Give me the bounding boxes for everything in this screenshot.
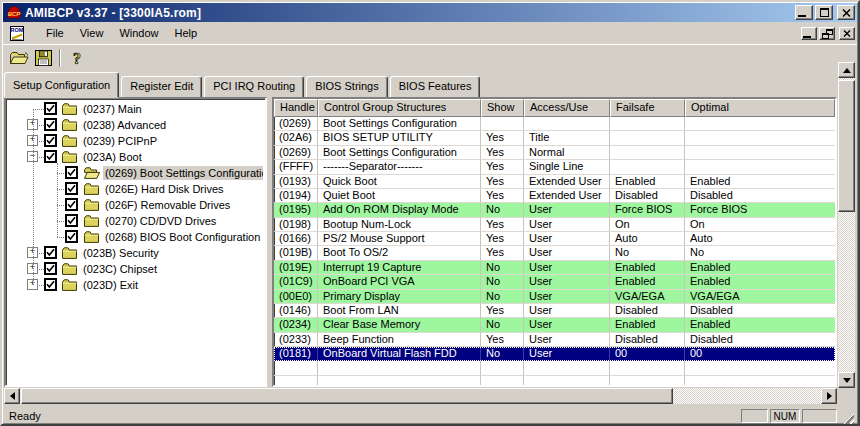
table-body: (0269)Boot Settings Configuration(02A6)B… <box>274 117 835 385</box>
minimize-button[interactable] <box>795 5 813 20</box>
table-row[interactable]: (01C9)OnBoard PCI VGANoUserEnabledEnable… <box>274 275 835 289</box>
tree-checkbox[interactable] <box>65 214 78 227</box>
tree-item[interactable]: (0269) Boot Settings Configuration <box>8 165 263 181</box>
mdi-minimize-button[interactable] <box>801 27 817 40</box>
table-cell: OnBoard PCI VGA <box>318 275 481 289</box>
table-row[interactable]: (0195)Add On ROM Display ModeNoUserForce… <box>274 203 835 217</box>
table-cell <box>685 160 835 174</box>
tree-checkbox[interactable] <box>44 262 57 275</box>
tree-checkbox[interactable] <box>65 182 78 195</box>
table-cell: Disabled <box>685 304 835 318</box>
tab-setup-configuration[interactable]: Setup Configuration <box>4 72 119 98</box>
save-file-button[interactable] <box>31 47 56 70</box>
table-row[interactable]: (02A6)BIOS SETUP UTILITYYesTitle <box>274 131 835 145</box>
tree-checkbox[interactable] <box>44 134 57 147</box>
tree-checkbox[interactable] <box>44 118 57 131</box>
tree-checkbox[interactable] <box>65 198 78 211</box>
tree-checkbox[interactable] <box>44 246 57 259</box>
scroll-right-button[interactable] <box>821 388 837 404</box>
tree-item[interactable]: +(0239) PCIPnP <box>8 133 263 149</box>
scroll-down-button[interactable] <box>838 372 855 388</box>
table-row[interactable]: (019E)Interrupt 19 CaptureNoUserEnabledE… <box>274 261 835 275</box>
tree-panel: (0237) Main+(0238) Advanced+(0239) PCIPn… <box>4 97 267 387</box>
table-row-selected[interactable]: (0181)OnBoard Virtual Flash FDDNoUser000… <box>274 347 835 361</box>
column-header-failsafe[interactable]: Failsafe <box>610 99 685 117</box>
table-cell: (0166) <box>274 232 318 246</box>
scroll-left-button[interactable] <box>4 388 20 404</box>
table-row[interactable] <box>274 376 835 385</box>
table-row[interactable]: (0234)Clear Base MemoryNoUserEnabledEnab… <box>274 318 835 332</box>
tree-item[interactable]: (026F) Removable Drives <box>8 197 263 213</box>
tree-item[interactable]: (026E) Hard Disk Drives <box>8 181 263 197</box>
tab-bios-features[interactable]: BIOS Features <box>390 76 481 98</box>
table-row[interactable]: (0194)Quiet BootYesExtended UserDisabled… <box>274 189 835 203</box>
table-row[interactable]: (0198)Bootup Num-LockYesUserOnOn <box>274 218 835 232</box>
toolbar-separator <box>59 49 61 67</box>
column-header-optimal[interactable]: Optimal <box>685 99 835 117</box>
tree-checkbox[interactable] <box>65 166 78 179</box>
tree-item[interactable]: +(023B) Security <box>8 245 263 261</box>
table-row[interactable] <box>274 361 835 375</box>
menu-window[interactable]: Window <box>111 25 166 42</box>
column-header-handle[interactable]: Handle <box>274 99 318 117</box>
table-cell: Enabled <box>685 275 835 289</box>
table-cell: Boot To OS/2 <box>318 246 481 260</box>
tab-pci-irq-routing[interactable]: PCI IRQ Routing <box>204 76 304 98</box>
table-cell: PS/2 Mouse Support <box>318 232 481 246</box>
table-cell <box>481 117 524 131</box>
close-button[interactable] <box>837 5 855 20</box>
column-header-access-use[interactable]: Access/Use <box>524 99 610 117</box>
table-row[interactable]: (0233)Beep FunctionYesUserDisabledDisabl… <box>274 333 835 347</box>
horizontal-scrollbar[interactable] <box>4 388 837 404</box>
help-button[interactable]: ? <box>64 47 89 70</box>
vertical-scroll-thumb[interactable] <box>838 80 855 212</box>
tree-item[interactable]: −(023A) Boot <box>8 149 263 165</box>
folder-icon <box>62 247 77 259</box>
tree-item[interactable]: (0270) CD/DVD Drives <box>8 213 263 229</box>
maximize-button[interactable] <box>815 5 833 20</box>
tree-checkbox[interactable] <box>65 230 78 243</box>
table-row[interactable]: (0166)PS/2 Mouse SupportYesUserAutoAuto <box>274 232 835 246</box>
column-header-show[interactable]: Show <box>481 99 524 117</box>
table-cell <box>610 131 685 145</box>
table-row[interactable]: (0269)Boot Settings ConfigurationYesNorm… <box>274 146 835 160</box>
tree-item[interactable]: (0268) BIOS Boot Configuration O <box>8 229 263 245</box>
table-cell: (019B) <box>274 246 318 260</box>
table-row[interactable]: (00E0)Primary DisplayNoUserVGA/EGAVGA/EG… <box>274 290 835 304</box>
tree-item[interactable]: (0237) Main <box>8 101 263 117</box>
rom-document-icon[interactable]: ROM <box>8 26 26 42</box>
tab-bios-strings[interactable]: BIOS Strings <box>306 76 388 98</box>
table-row[interactable]: (0269)Boot Settings Configuration <box>274 117 835 131</box>
menu-help[interactable]: Help <box>167 25 206 42</box>
horizontal-scroll-thumb[interactable] <box>21 388 673 404</box>
table-row[interactable]: (019B)Boot To OS/2YesUserNoNo <box>274 246 835 260</box>
table-cell: Force BIOS <box>685 203 835 217</box>
title-bar[interactable]: BCP AMIBCP v3.37 - [3300IA5.rom] <box>3 3 857 22</box>
tree-item[interactable]: +(0238) Advanced <box>8 117 263 133</box>
mdi-restore-button[interactable] <box>819 27 835 40</box>
app-icon[interactable]: BCP <box>6 5 22 21</box>
menu-view[interactable]: View <box>72 25 112 42</box>
scroll-up-button[interactable] <box>838 62 855 78</box>
menu-file[interactable]: File <box>38 25 72 42</box>
open-file-button[interactable] <box>6 47 31 70</box>
table-cell: (00E0) <box>274 290 318 304</box>
table-cell: (0195) <box>274 203 318 217</box>
table-cell: User <box>524 318 610 332</box>
tree-checkbox[interactable] <box>44 150 57 163</box>
tree-checkbox[interactable] <box>44 278 57 291</box>
tree-item[interactable]: +(023D) Exit <box>8 277 263 293</box>
tree-checkbox[interactable] <box>44 102 57 115</box>
table-row[interactable]: (FFFF)-------Separator-------YesSingle L… <box>274 160 835 174</box>
tree-item-label: (026F) Removable Drives <box>103 198 232 212</box>
vertical-scrollbar[interactable] <box>838 62 855 388</box>
table-cell <box>524 117 610 131</box>
table-row[interactable]: (0193)Quick BootYesExtended UserEnabledE… <box>274 175 835 189</box>
table-cell: Disabled <box>685 189 835 203</box>
column-header-control-group-structures[interactable]: Control Group Structures <box>318 99 481 117</box>
table-row[interactable]: (0146)Boot From LANYesUserDisabledDisabl… <box>274 304 835 318</box>
mdi-close-button[interactable] <box>839 27 855 40</box>
tree-item[interactable]: +(023C) Chipset <box>8 261 263 277</box>
tab-register-edit[interactable]: Register Edit <box>121 76 202 98</box>
resize-grip[interactable] <box>841 411 854 424</box>
